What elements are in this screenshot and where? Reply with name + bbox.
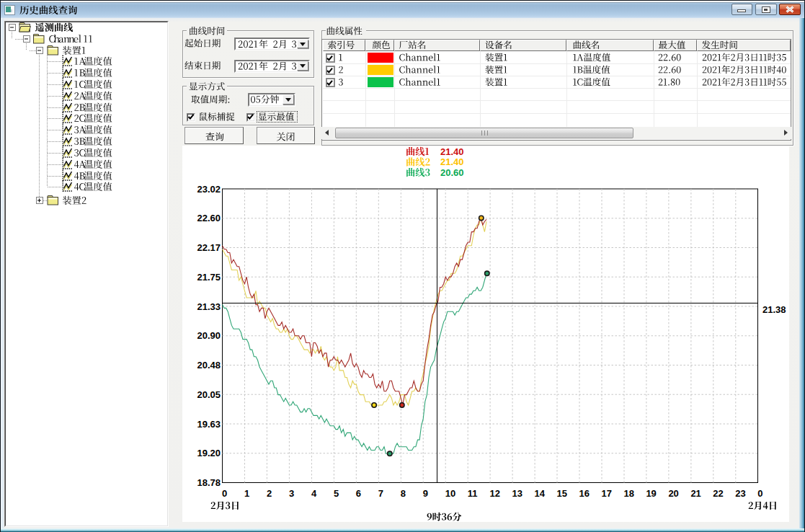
svg-text:21.40: 21.40 [440,156,464,167]
svg-text:21.40: 21.40 [440,146,464,157]
svg-text:20.60: 20.60 [440,167,464,178]
